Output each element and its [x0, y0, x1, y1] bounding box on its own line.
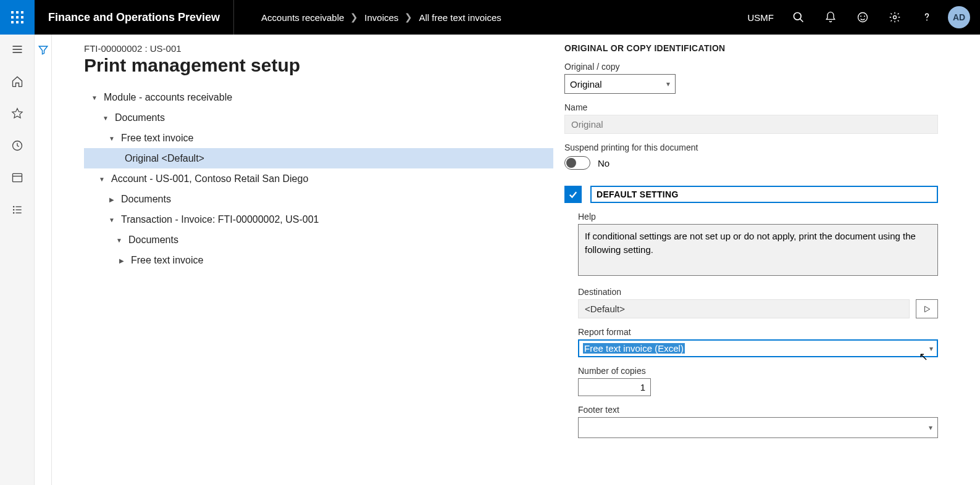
tree-node-transaction[interactable]: Transaction - Invoice: FTI-00000002, US-… [84, 209, 553, 230]
name-label: Name [564, 102, 938, 112]
svg-point-14 [894, 16, 897, 19]
top-right-toolbar: USMF AD [739, 0, 981, 35]
collapse-icon[interactable] [100, 114, 111, 122]
tree-node-module[interactable]: Module - accounts receivable [84, 87, 553, 107]
home-icon[interactable] [10, 74, 25, 89]
detail-panel: ORIGINAL OR COPY IDENTIFICATION Original… [553, 43, 963, 485]
section-identification-header: ORIGINAL OR COPY IDENTIFICATION [564, 43, 938, 53]
breadcrumb-item[interactable]: All free text invoices [419, 12, 501, 23]
default-setting-checkbox[interactable] [564, 186, 582, 203]
svg-point-13 [864, 15, 865, 17]
original-copy-select[interactable]: Original ▾ [564, 74, 676, 94]
tree-node-documents[interactable]: Documents [84, 107, 553, 128]
collapse-icon[interactable] [96, 175, 107, 183]
record-identifier: FTI-00000002 : US-001 [84, 43, 553, 54]
collapse-icon[interactable] [106, 134, 117, 143]
chevron-down-icon: ▾ [666, 80, 670, 88]
svg-point-22 [12, 206, 14, 208]
svg-point-26 [12, 212, 14, 214]
tree-node-original-default[interactable]: Original <Default> [84, 148, 553, 168]
collapse-icon[interactable] [106, 215, 117, 224]
svg-point-9 [794, 13, 802, 20]
expand-icon[interactable] [106, 195, 117, 204]
search-icon[interactable] [782, 0, 815, 35]
svg-rect-2 [21, 11, 23, 14]
tree-node-trans-free-text[interactable]: Free text invoice [84, 250, 553, 270]
report-format-select[interactable]: Free text invoice (Excel) ▾ ↖ [578, 339, 938, 357]
tree-node-transaction-documents[interactable]: Documents [84, 230, 553, 250]
svg-rect-6 [11, 21, 14, 23]
company-selector[interactable]: USMF [739, 12, 783, 23]
destination-label: Destination [578, 287, 938, 297]
favorite-icon[interactable] [10, 106, 25, 121]
destination-run-button[interactable] [916, 299, 938, 318]
breadcrumb-item[interactable]: Invoices [364, 12, 398, 23]
svg-point-15 [926, 20, 928, 21]
filter-pane-toggle[interactable] [35, 35, 52, 485]
footer-text-select[interactable]: ▾ [578, 417, 938, 438]
breadcrumb: Accounts receivable ❯ Invoices ❯ All fre… [234, 12, 501, 23]
help-icon[interactable] [911, 0, 943, 35]
default-setting-header[interactable] [590, 186, 938, 203]
chevron-down-icon: ▾ [929, 423, 932, 432]
report-format-label: Report format [578, 327, 938, 337]
suspend-label: Suspend printing for this document [564, 143, 938, 152]
collapse-icon[interactable] [114, 236, 125, 244]
svg-rect-8 [21, 21, 23, 23]
name-field: Original [564, 115, 938, 134]
svg-marker-28 [925, 306, 930, 312]
copies-input[interactable] [578, 378, 651, 396]
expand-icon[interactable] [116, 256, 127, 265]
svg-rect-7 [16, 21, 19, 23]
workspaces-icon[interactable] [10, 170, 25, 185]
svg-line-10 [800, 19, 803, 22]
app-title: Finance and Operations Preview [35, 0, 234, 35]
notifications-icon[interactable] [815, 0, 847, 35]
svg-rect-0 [11, 11, 14, 14]
svg-point-12 [860, 15, 861, 17]
top-bar: Finance and Operations Preview Accounts … [0, 0, 980, 35]
avatar[interactable]: AD [948, 6, 970, 28]
footer-label: Footer text [578, 405, 938, 415]
modules-icon[interactable] [10, 202, 25, 217]
chevron-down-icon: ▾ [929, 344, 933, 353]
svg-rect-5 [21, 16, 23, 19]
svg-rect-3 [11, 16, 14, 19]
svg-point-11 [858, 13, 868, 22]
svg-rect-4 [16, 16, 19, 19]
recent-icon[interactable] [10, 138, 25, 153]
breadcrumb-item[interactable]: Accounts receivable [261, 12, 344, 23]
mouse-cursor-icon: ↖ [919, 350, 928, 363]
chevron-right-icon: ❯ [350, 12, 358, 23]
page-title: Print management setup [84, 55, 553, 76]
filter-icon [38, 44, 49, 485]
tree-node-account[interactable]: Account - US-001, Contoso Retail San Die… [84, 168, 553, 189]
help-label: Help [578, 212, 938, 222]
tree-node-free-text-invoice[interactable]: Free text invoice [84, 128, 553, 148]
print-mgmt-tree: Module - accounts receivable Documents F… [84, 87, 553, 270]
copies-label: Number of copies [578, 366, 938, 376]
svg-rect-20 [12, 173, 22, 181]
svg-rect-1 [16, 11, 19, 14]
tree-node-account-documents[interactable]: Documents [84, 189, 553, 209]
chevron-right-icon: ❯ [404, 12, 413, 23]
settings-icon[interactable] [879, 0, 911, 35]
app-launcher-icon[interactable] [0, 0, 35, 35]
destination-field[interactable]: <Default> [578, 299, 910, 318]
collapse-icon[interactable] [89, 93, 100, 102]
suspend-value: No [598, 158, 609, 168]
feedback-icon[interactable] [847, 0, 879, 35]
help-textarea[interactable] [578, 224, 938, 276]
suspend-toggle[interactable] [564, 156, 590, 170]
original-copy-label: Original / copy [564, 62, 938, 72]
hamburger-icon[interactable] [10, 42, 25, 57]
left-nav-rail [0, 35, 35, 485]
svg-point-24 [12, 209, 14, 211]
